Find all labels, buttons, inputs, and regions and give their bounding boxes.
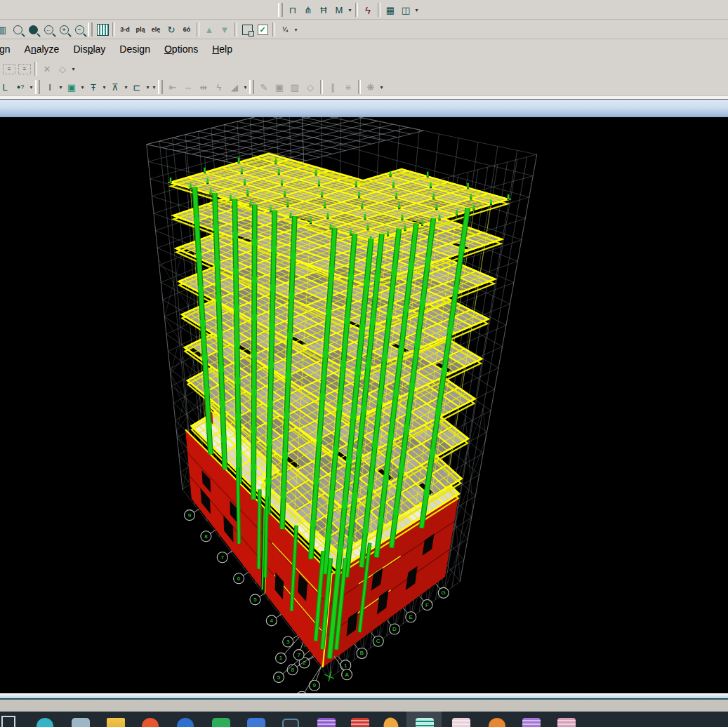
menu-design[interactable]: Design	[113, 39, 157, 59]
point-object-icon[interactable]: ●?	[13, 80, 27, 94]
select-poly-icon[interactable]: ◇	[303, 80, 317, 94]
taskbar-etabs-icon[interactable]	[416, 718, 434, 727]
select-brush-icon[interactable]: ✎	[257, 80, 271, 94]
taskbar-opera-icon[interactable]	[489, 718, 505, 727]
move-down-story-icon[interactable]: ▼	[218, 22, 232, 36]
menu-gn[interactable]: gn	[0, 39, 17, 59]
start-button[interactable]	[1, 716, 15, 727]
dropdown-arrow[interactable]: ▾	[242, 80, 249, 94]
dropdown-arrow[interactable]: ▾	[293, 22, 299, 36]
separator	[34, 62, 37, 76]
separator	[234, 22, 237, 36]
dropdown-arrow[interactable]: ▾	[151, 80, 157, 94]
dropdown-arrow[interactable]: ▾	[101, 80, 107, 94]
svg-text:8: 8	[204, 533, 208, 540]
taskbar-briefcase-icon[interactable]	[72, 718, 90, 727]
frame-section-icon[interactable]: I	[43, 80, 57, 94]
draw-frame-icon[interactable]: ⊓	[286, 3, 300, 17]
shrink-objects-icon[interactable]	[240, 22, 254, 36]
taskbar-pink-app-icon[interactable]	[452, 718, 470, 727]
taskbar-excel-icon[interactable]	[212, 718, 230, 727]
view-elevation-button[interactable]: elę	[149, 22, 163, 36]
restore-full-view-icon[interactable]	[26, 22, 40, 36]
select-hatch-icon[interactable]: ▨	[288, 80, 302, 94]
assign-load-icon[interactable]: ϟ	[212, 80, 226, 94]
menu-analyze[interactable]: Analyze	[18, 39, 66, 59]
dimension-grid-icon[interactable]: ≡	[18, 62, 32, 76]
wall-section-icon[interactable]: ▣	[65, 80, 79, 94]
quick-draw-beam-icon[interactable]: ⋔	[301, 3, 315, 17]
separator	[355, 3, 358, 17]
dropdown-arrow[interactable]: ▾	[123, 80, 129, 94]
draw-wall-icon[interactable]: M	[332, 3, 346, 17]
taskbar-grid-pink-icon[interactable]	[557, 718, 576, 727]
pan-icon[interactable]	[95, 22, 110, 36]
taskbar	[0, 712, 728, 727]
taskbar-monitor-icon[interactable]	[282, 719, 299, 727]
taskbar-grid-purple-icon[interactable]	[522, 718, 541, 727]
assign-joint-icon[interactable]: ⇤	[166, 80, 180, 94]
draw-secondary-beam-icon[interactable]: Ħ	[317, 3, 331, 17]
taskbar-edge-icon[interactable]	[37, 718, 53, 727]
dropdown-arrow[interactable]: ▾	[145, 80, 151, 94]
dropdown-arrow[interactable]: ▾	[378, 80, 385, 94]
perspective-toggle-button[interactable]: 6ó	[180, 22, 194, 36]
dimension-line-icon[interactable]: ≡	[2, 62, 16, 76]
svg-text:5: 5	[277, 674, 281, 681]
assign-spring-icon[interactable]: ⇹	[197, 80, 211, 94]
toolbar-handle	[35, 80, 40, 94]
menu-options[interactable]: Options	[158, 39, 204, 59]
dropdown-arrow[interactable]: ▾	[79, 80, 86, 94]
run-analysis-icon[interactable]: ϟ	[361, 3, 375, 17]
separator	[197, 22, 199, 36]
aspect-ratio-icon[interactable]: ¼	[278, 22, 292, 36]
view-3d-button[interactable]: 3-d	[118, 22, 132, 36]
menu-display[interactable]: Display	[67, 39, 112, 59]
channel-section-icon[interactable]: ⊏	[130, 80, 144, 94]
dropdown-arrow[interactable]: ▾	[413, 3, 420, 17]
svg-text:C: C	[376, 638, 380, 644]
building-settings-icon[interactable]: ◫	[399, 3, 413, 17]
taskbar-word-icon[interactable]	[247, 718, 265, 727]
svg-text:3: 3	[286, 639, 290, 645]
menu-bar: gnAnalyzeDisplayDesignOptionsHelp	[0, 39, 728, 59]
object-options-icon[interactable]: ✓	[256, 22, 270, 36]
clipped-left2-icon[interactable]: L	[0, 80, 12, 94]
view-plan-button[interactable]: plą	[133, 22, 147, 36]
taskbar-pdf-icon[interactable]	[351, 718, 369, 727]
dropdown-arrow[interactable]: ▾	[58, 80, 64, 94]
svg-text:7: 7	[297, 652, 300, 658]
window-title-bar	[0, 100, 728, 117]
rows-icon[interactable]: ≡	[341, 80, 355, 94]
dropdown-arrow[interactable]: ▾	[28, 80, 34, 94]
columns-pair-icon[interactable]: ∥	[326, 80, 340, 94]
taskbar-drop-icon[interactable]	[177, 718, 194, 727]
move-up-story-icon[interactable]: ▲	[202, 22, 216, 36]
zoom-in-icon[interactable]: +	[57, 22, 71, 36]
taskbar-folder-icon[interactable]	[107, 718, 125, 727]
taskbar-purple-app-icon[interactable]	[317, 718, 336, 727]
assign-restraint-icon[interactable]: ⇔	[181, 80, 195, 94]
viewport-3d-model[interactable]: 987654321BCDEFG891A567	[0, 117, 728, 693]
tee-section-icon[interactable]: Ŧ	[86, 80, 100, 94]
delete-icon[interactable]: ✕	[40, 62, 54, 76]
menu-help[interactable]: Help	[206, 39, 239, 59]
dropdown-arrow[interactable]: ▾	[347, 3, 353, 17]
define-diaphragm-icon[interactable]: ▦	[383, 3, 397, 17]
svg-text:B: B	[360, 650, 364, 656]
taskbar-chrome-icon[interactable]	[142, 718, 159, 727]
rubber-band-zoom-icon[interactable]	[11, 22, 25, 36]
clipped-left-icon[interactable]: ▥	[0, 22, 9, 36]
measure-icon[interactable]: ◇	[55, 62, 70, 76]
zoom-out-icon[interactable]: −	[72, 22, 86, 36]
taskbar-flame-icon[interactable]	[381, 716, 402, 727]
rotate-view-icon[interactable]: ↻	[164, 22, 178, 36]
select-box-icon[interactable]: ▣	[272, 80, 286, 94]
toolbar-handle	[158, 80, 163, 94]
brace-section-icon[interactable]: ⊼	[108, 80, 122, 94]
assign-ramp-icon[interactable]: ◢	[227, 80, 241, 94]
previous-zoom-icon[interactable]: ←	[41, 22, 55, 36]
svg-text:1: 1	[344, 662, 348, 669]
dropdown-arrow[interactable]: ▾	[70, 62, 77, 76]
snap-icon[interactable]: ❋	[364, 80, 378, 94]
